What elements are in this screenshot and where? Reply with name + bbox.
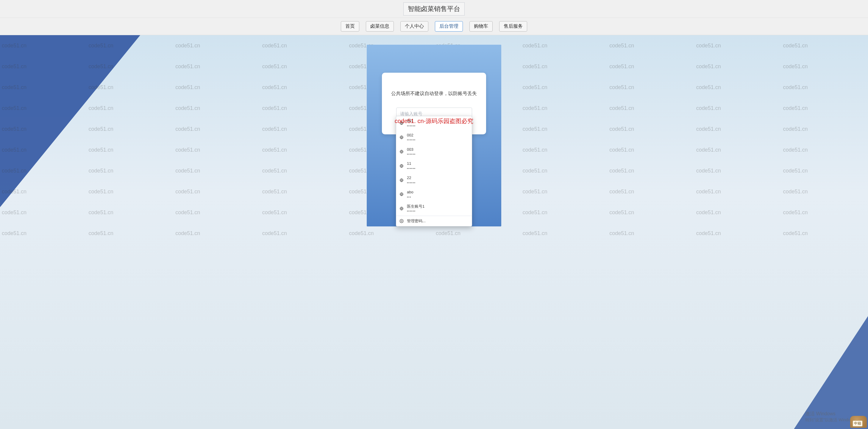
autocomplete-item-label: abo — [407, 190, 413, 195]
watermark-text: code51.cn — [521, 209, 608, 216]
watermark-text: code51.cn — [781, 63, 868, 70]
autocomplete-item-label: 22 — [407, 175, 415, 180]
watermark-text: code51.cn — [781, 126, 868, 132]
autocomplete-item-password: •••••• — [407, 209, 425, 213]
watermark-text: code51.cn — [781, 189, 868, 195]
watermark-text: code51.cn — [608, 84, 694, 91]
content-area: code51.cncode51.cncode51.cncode51.cncode… — [0, 35, 868, 429]
nav-btn-0[interactable]: 首页 — [341, 21, 359, 32]
bg-triangle-left — [0, 35, 155, 244]
autocomplete-item-password: •••••• — [407, 167, 415, 170]
autocomplete-item[interactable]: 001•••••• — [396, 116, 472, 131]
watermark-text: code51.cn — [347, 230, 434, 236]
globe-icon — [399, 149, 404, 154]
watermark-text: code51.cn — [608, 189, 694, 195]
bg-triangle-right — [755, 298, 868, 429]
watermark-text: code51.cn — [781, 105, 868, 111]
manage-passwords[interactable]: 管理密码... — [396, 216, 472, 226]
watermark-text: code51.cn — [521, 147, 608, 153]
watermark-text: code51.cn — [174, 42, 260, 49]
autocomplete-item-password: •••••• — [407, 124, 415, 128]
autocomplete-item[interactable]: abo••• — [396, 188, 472, 202]
watermark-text: code51.cn — [694, 147, 781, 153]
watermark-text: code51.cn — [608, 147, 694, 153]
autocomplete-item-password: ••• — [407, 195, 413, 199]
autocomplete-item-label: 002 — [407, 133, 415, 138]
autocomplete-dropdown[interactable]: 001••••••002••••••003••••••11••••••22•••… — [396, 116, 472, 226]
gear-icon — [399, 219, 404, 223]
autocomplete-item[interactable]: 医生账号1•••••• — [396, 202, 472, 216]
login-warning-text: 公共场所不建议自动登录，以防账号丢失 — [389, 91, 479, 97]
autocomplete-item[interactable]: 003•••••• — [396, 145, 472, 159]
nav-bar: 首页卤菜信息个人中心后台管理购物车售后服务 — [0, 18, 868, 35]
autocomplete-item[interactable]: 002•••••• — [396, 131, 472, 145]
nav-btn-4[interactable]: 购物车 — [469, 21, 493, 32]
watermark-text: code51.cn — [260, 189, 347, 195]
autocomplete-item-password: •••••• — [407, 138, 415, 142]
watermark-text: code51.cn — [781, 168, 868, 174]
watermark-text: code51.cn — [781, 84, 868, 91]
watermark-text: code51.cn — [174, 189, 260, 195]
watermark-text: code51.cn — [174, 84, 260, 91]
nav-btn-1[interactable]: 卤菜信息 — [366, 21, 394, 32]
watermark-text: code51.cn — [521, 126, 608, 132]
ime-badge: 中箱 — [852, 420, 863, 427]
autocomplete-item-password: •••••• — [407, 152, 415, 156]
page-title: 智能卤菜销售平台 — [403, 2, 465, 16]
watermark-text: code51.cn — [694, 126, 781, 132]
autocomplete-list[interactable]: 001••••••002••••••003••••••11••••••22•••… — [396, 116, 472, 216]
watermark-text: code51.cn — [521, 168, 608, 174]
watermark-text: code51.cn — [694, 189, 781, 195]
watermark-text: code51.cn — [608, 126, 694, 132]
watermark-text: code51.cn — [608, 105, 694, 111]
globe-icon — [399, 135, 404, 140]
watermark-text: code51.cn — [174, 126, 260, 132]
watermark-text: code51.cn — [781, 209, 868, 216]
nav-btn-2[interactable]: 个人中心 — [400, 21, 428, 32]
svg-point-7 — [401, 221, 402, 222]
watermark-text: code51.cn — [260, 147, 347, 153]
watermark-text: code51.cn — [521, 189, 608, 195]
watermark-text: code51.cn — [434, 230, 521, 236]
watermark-text: code51.cn — [694, 230, 781, 236]
watermark-text: code51.cn — [260, 126, 347, 132]
watermark-text: code51.cn — [260, 168, 347, 174]
watermark-text: code51.cn — [694, 168, 781, 174]
watermark-text: code51.cn — [260, 230, 347, 236]
watermark-text: code51.cn — [694, 209, 781, 216]
watermark-text: code51.cn — [521, 105, 608, 111]
autocomplete-item[interactable]: 11•••••• — [396, 159, 472, 173]
watermark-text: code51.cn — [521, 63, 608, 70]
watermark-text: code51.cn — [781, 42, 868, 49]
globe-icon — [399, 164, 404, 168]
watermark-text: code51.cn — [260, 42, 347, 49]
watermark-text: code51.cn — [521, 84, 608, 91]
watermark-text: code51.cn — [260, 63, 347, 70]
watermark-text: code51.cn — [608, 230, 694, 236]
watermark-text: code51.cn — [174, 147, 260, 153]
nav-btn-5[interactable]: 售后服务 — [499, 21, 527, 32]
watermark-text: code51.cn — [608, 42, 694, 49]
nav-btn-3[interactable]: 后台管理 — [435, 21, 463, 32]
watermark-text: code51.cn — [260, 105, 347, 111]
autocomplete-item-label: 医生账号1 — [407, 204, 425, 209]
watermark-text: code51.cn — [694, 42, 781, 49]
autocomplete-item-label: 003 — [407, 147, 415, 152]
watermark-text: code51.cn — [260, 84, 347, 91]
watermark-text: code51.cn — [781, 147, 868, 153]
watermark-text: code51.cn — [608, 168, 694, 174]
globe-icon — [399, 192, 404, 197]
watermark-text: code51.cn — [174, 105, 260, 111]
globe-icon — [399, 121, 404, 125]
autocomplete-item-label: 001 — [407, 119, 415, 123]
watermark-text: code51.cn — [260, 209, 347, 216]
watermark-text: code51.cn — [174, 63, 260, 70]
manage-passwords-label: 管理密码... — [407, 218, 426, 224]
autocomplete-item[interactable]: 22•••••• — [396, 173, 472, 188]
watermark-text: code51.cn — [694, 105, 781, 111]
watermark-text: code51.cn — [781, 230, 868, 236]
header-bar: 智能卤菜销售平台 — [0, 0, 868, 18]
watermark-text: code51.cn — [521, 230, 608, 236]
autocomplete-item-password: •••••• — [407, 181, 415, 185]
watermark-text: code51.cn — [608, 209, 694, 216]
